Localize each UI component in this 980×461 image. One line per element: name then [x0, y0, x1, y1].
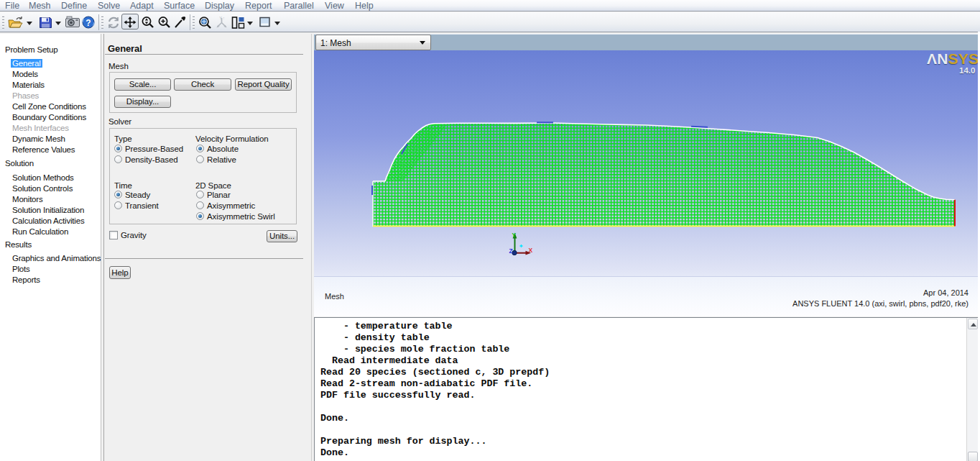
- svg-text:↑: ↑: [223, 16, 225, 20]
- svg-text:Z: Z: [509, 247, 513, 255]
- svg-text:?: ?: [85, 18, 91, 28]
- svg-text:Y: Y: [512, 232, 516, 239]
- svg-text:Y: Y: [219, 16, 222, 20]
- svg-text:X: X: [529, 247, 533, 254]
